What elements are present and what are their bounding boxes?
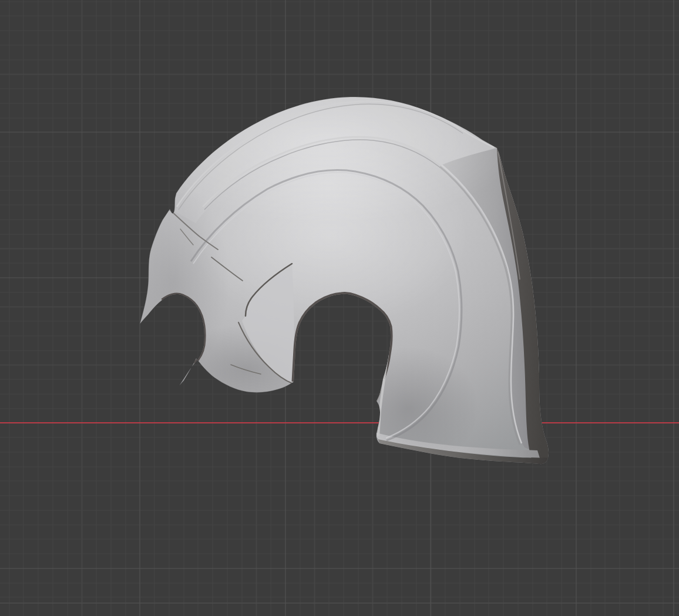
face-highlight [188,141,470,329]
viewport-3d[interactable] [0,0,679,616]
neck-base-shade [338,346,479,470]
helmet-model[interactable] [0,0,679,616]
front-edge-shade [117,182,229,382]
helmet-geometry [117,65,549,470]
brow-underside-rim [141,325,157,328]
